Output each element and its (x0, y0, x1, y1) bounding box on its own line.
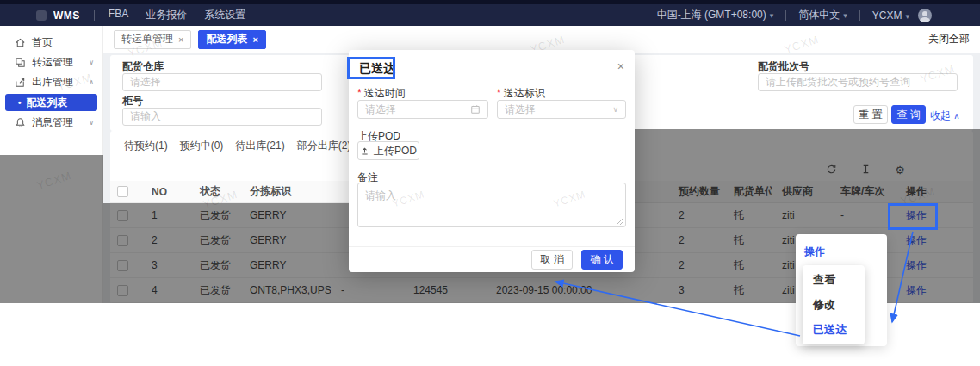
chevron-down-icon: ∨ (89, 59, 94, 66)
chevron-down-icon: ∨ (89, 119, 94, 127)
logo-icon (36, 10, 47, 21)
boxes-icon (15, 57, 26, 68)
status-tab-pending-booking[interactable]: 待预约(1) (124, 139, 168, 155)
close-icon[interactable]: × (617, 59, 624, 73)
calendar-icon (470, 104, 481, 115)
chevron-down-icon: ▾ (770, 11, 774, 20)
container-label: 柜号 (122, 94, 143, 109)
nav-divider (94, 10, 95, 21)
nav-divider (859, 10, 860, 21)
delivery-time-label: *送达时间 (357, 86, 406, 101)
bullet-icon: • (18, 98, 22, 108)
modal-backdrop (635, 129, 980, 203)
action-dropdown-menu: 查看 修改 已送达 (803, 265, 865, 344)
close-icon[interactable]: × (178, 34, 183, 45)
nav-divider (785, 10, 786, 21)
warehouse-label: 配货仓库 (122, 59, 164, 74)
chevron-down-icon: ▾ (843, 11, 847, 20)
remark-textarea[interactable]: 请输入 (357, 183, 626, 227)
delivery-flag-select[interactable]: 请选择 ∨ (497, 100, 626, 119)
avatar[interactable] (918, 9, 932, 22)
batch-label: 配货批次号 (758, 59, 809, 74)
chevron-up-icon: ∧ (89, 78, 94, 86)
select-all-checkbox[interactable] (117, 186, 128, 197)
status-tab-partial[interactable]: 部分出库(2) (297, 139, 351, 155)
upload-pod-button[interactable]: 上传POD (357, 141, 419, 160)
menu-item-edit[interactable]: 修改 (803, 292, 865, 317)
status-tab-to-outbound[interactable]: 待出库(21) (235, 139, 284, 155)
nav-menu-fba[interactable]: FBA (109, 8, 128, 22)
header-status: 状态 (189, 184, 239, 199)
sidebar-item-outbound[interactable]: 出库管理 ∧ (0, 72, 102, 92)
action-trigger-link[interactable]: 操作 (804, 245, 825, 259)
cancel-button[interactable]: 取 消 (531, 250, 573, 270)
status-tab-booking[interactable]: 预约中(0) (180, 139, 224, 155)
chevron-down-icon: ▾ (905, 12, 909, 21)
resize-handle[interactable] (617, 218, 623, 225)
home-icon (15, 37, 26, 48)
delivery-time-datepicker[interactable]: 请选择 (357, 100, 488, 119)
delivered-modal: 已送达 × *送达时间 请选择 *送达标识 请选择 ∨ 上传POD 上传POD … (349, 50, 635, 272)
delivery-flag-label: *送达标识 (497, 86, 545, 101)
tab-delivery-list[interactable]: 配送列表 × (198, 30, 265, 49)
sidebar-item-home[interactable]: 首页 (0, 33, 102, 53)
tab-transfer-orders[interactable]: 转运单管理 × (114, 30, 191, 49)
header-no: NO (141, 186, 189, 198)
nav-menu-quote[interactable]: 业务报价 (146, 8, 187, 22)
collapse-link[interactable]: 收起 ∧ (930, 109, 960, 123)
modal-backdrop (0, 155, 103, 303)
language-selector[interactable]: 简体中文▾ (798, 8, 847, 22)
app-logo: WMS (36, 9, 80, 22)
search-button[interactable]: 查 询 (891, 105, 926, 124)
action-popup: 操作 查看 修改 已送达 (796, 234, 887, 346)
container-input[interactable]: 请输入 (122, 108, 322, 126)
close-all-tabs-button[interactable]: 关闭全部 (928, 32, 970, 47)
top-nav: WMS FBA 业务报价 系统设置 中国-上海 (GMT+08:00)▾ 简体中… (0, 0, 980, 26)
user-menu[interactable]: YCXM▾ (872, 9, 909, 22)
chevron-up-icon: ∧ (953, 111, 959, 121)
close-icon[interactable]: × (252, 34, 257, 45)
warehouse-select[interactable]: 请选择 (122, 73, 322, 91)
menu-item-view[interactable]: 查看 (803, 267, 865, 292)
app-title: WMS (53, 9, 80, 22)
modal-footer: 取 消 确 认 (349, 246, 635, 272)
reset-button[interactable]: 重 置 (853, 105, 888, 124)
upload-icon (360, 146, 369, 156)
header-sort-mark: 分拣标识 (239, 184, 331, 199)
outbound-icon (15, 77, 26, 88)
confirm-button[interactable]: 确 认 (581, 250, 623, 270)
timezone-selector[interactable]: 中国-上海 (GMT+08:00)▾ (657, 8, 774, 22)
sidebar-item-delivery-list[interactable]: • 配送列表 (5, 94, 97, 111)
menu-item-delivered[interactable]: 已送达 (803, 317, 865, 342)
chevron-down-icon: ∨ (612, 105, 618, 114)
sidebar-item-transfer[interactable]: 转运管理 ∨ (0, 53, 102, 72)
sidebar-item-messages[interactable]: 消息管理 ∨ (0, 113, 102, 133)
bell-icon (15, 117, 26, 128)
nav-menu-settings[interactable]: 系统设置 (204, 8, 245, 22)
batch-input[interactable]: 请上传配货批次号或预约号查询 (758, 73, 958, 91)
modal-title: 已送达 (359, 61, 395, 77)
